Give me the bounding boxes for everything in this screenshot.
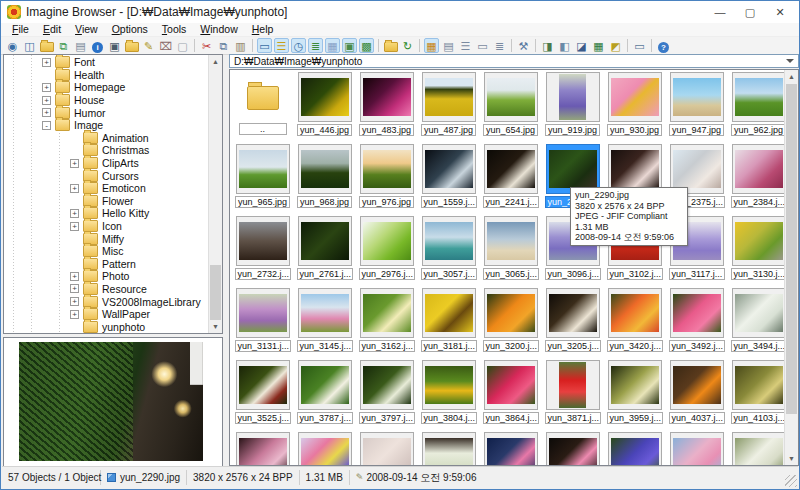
thumbnail-scrollbar[interactable]: ▲ ▼	[784, 70, 798, 465]
tree-item-pattern[interactable]: Pattern	[4, 258, 208, 271]
maximize-button[interactable]: ▢	[735, 1, 765, 23]
thumbnail-item[interactable]	[294, 432, 355, 466]
toggle-window-button[interactable]: ▭	[257, 38, 272, 53]
chevron-down-icon[interactable]	[786, 59, 794, 63]
thumbnail-item[interactable]: yun_962.jpg	[728, 72, 789, 144]
tree-item-vs2008imagelibrary[interactable]: +VS2008ImageLibrary	[4, 295, 208, 308]
resize-grip[interactable]	[785, 475, 797, 487]
thumbnail-item[interactable]: yun_965.jpg	[232, 144, 293, 216]
thumbnail-item[interactable]	[728, 432, 789, 466]
menu-item-file[interactable]: File	[5, 23, 36, 36]
rename-button[interactable]: ✎	[141, 38, 156, 53]
thumbnail-item[interactable]: yun_3145.j...	[294, 288, 355, 360]
minimize-button[interactable]: —	[705, 1, 735, 23]
parent-folder-item[interactable]: ..	[232, 72, 293, 144]
tree-item-yunphoto[interactable]: yunphoto	[4, 320, 208, 333]
tree-item-health[interactable]: Health	[4, 69, 208, 82]
up-one-level-button[interactable]	[383, 38, 398, 53]
thumbnail-item[interactable]: yun_3200.j...	[480, 288, 541, 360]
tree-item-hello-kitty[interactable]: +Hello Kitty	[4, 207, 208, 220]
toggle-filter-button[interactable]: ☰	[274, 38, 289, 53]
thumbnail-item[interactable]: yun_2384.j...	[728, 144, 789, 216]
thumbnail-item[interactable]: yun_947.jpg	[666, 72, 727, 144]
scroll-thumb[interactable]	[210, 265, 221, 320]
refresh-button[interactable]: ↻	[400, 38, 415, 53]
expand-icon[interactable]: +	[42, 96, 51, 105]
new-folder-button[interactable]	[124, 38, 139, 53]
thumbnail-item[interactable]: yun_2732.j...	[232, 216, 293, 288]
screen-capture-button[interactable]: ▭	[632, 38, 647, 53]
thumbnail-item[interactable]: yun_4103.j...	[728, 360, 789, 432]
view-image-button[interactable]: ◉	[5, 38, 20, 53]
thumbnail-item[interactable]: yun_968.jpg	[294, 144, 355, 216]
thumbnail-item[interactable]	[232, 432, 293, 466]
tree-item-emoticon[interactable]: +Emoticon	[4, 182, 208, 195]
expand-icon[interactable]: +	[70, 209, 79, 218]
view-tiles-button[interactable]: ▤	[441, 38, 456, 53]
expand-icon[interactable]: +	[70, 297, 79, 306]
scroll-up-arrow[interactable]: ▲	[785, 70, 798, 83]
thumbnail-item[interactable]: yun_3804.j...	[418, 360, 479, 432]
tree-scrollbar[interactable]: ▲ ▼	[208, 55, 222, 333]
thumbnail-item[interactable]: yun_3864.j...	[480, 360, 541, 432]
thumbnail-item[interactable]: yun_3787.j...	[294, 360, 355, 432]
wizard-button[interactable]: ◩	[608, 38, 623, 53]
batch-save-button[interactable]: ◪	[574, 38, 589, 53]
contact-sheet-button[interactable]: ▦	[591, 38, 606, 53]
menu-item-edit[interactable]: Edit	[36, 23, 68, 36]
cut-button[interactable]: ✂	[199, 38, 214, 53]
tree-item-humor[interactable]: +Humor	[4, 106, 208, 119]
thumbnail-item[interactable]: yun_483.jpg	[356, 72, 417, 144]
paste-button[interactable]: ▥	[233, 38, 248, 53]
menu-item-view[interactable]: View	[68, 23, 105, 36]
thumbnail-item[interactable]: yun_3525.j...	[232, 360, 293, 432]
thumbnail-item[interactable]: yun_3494.j...	[728, 288, 789, 360]
slideshow-button[interactable]: ◨	[540, 38, 555, 53]
tree-item-cursors[interactable]: Cursors	[4, 169, 208, 182]
remove-file-button[interactable]: ▢	[175, 38, 190, 53]
view-list-button[interactable]: ☰	[458, 38, 473, 53]
tree-item-house[interactable]: +House	[4, 94, 208, 107]
address-bar[interactable]: D:₩Data₩Image₩yunphoto	[229, 54, 799, 68]
view-details-button[interactable]: ≣	[492, 38, 507, 53]
toggle-preview-button[interactable]: ▣	[342, 38, 357, 53]
tree-item-misc[interactable]: Misc	[4, 245, 208, 258]
expand-icon[interactable]: +	[70, 159, 79, 168]
view-thumbnails-button[interactable]: ▦	[424, 38, 439, 53]
menu-item-tools[interactable]: Tools	[155, 23, 194, 36]
scroll-up-arrow[interactable]: ▲	[209, 55, 222, 68]
thumbnail-item[interactable]: yun_2976.j...	[356, 216, 417, 288]
expand-icon[interactable]: +	[70, 222, 79, 231]
tree-item-homepage[interactable]: +Homepage	[4, 81, 208, 94]
tree-item-image[interactable]: -Image	[4, 119, 208, 132]
tree-item-icon[interactable]: +Icon	[4, 220, 208, 233]
thumbnail-item[interactable]: yun_654.jpg	[480, 72, 541, 144]
menu-item-window[interactable]: Window	[193, 23, 244, 36]
thumbnail-item[interactable]: yun_3492.j...	[666, 288, 727, 360]
print-button[interactable]: ▤	[73, 38, 88, 53]
close-button[interactable]: ✕	[765, 1, 795, 23]
tree-item-cliparts[interactable]: +ClipArts	[4, 157, 208, 170]
copy-button[interactable]: ⧉	[216, 38, 231, 53]
thumbnail-item[interactable]: yun_2241.j...	[480, 144, 541, 216]
thumbnail-item[interactable]: yun_919.jpg	[542, 72, 603, 144]
expand-icon[interactable]: +	[70, 310, 79, 319]
thumbnail-item[interactable]: yun_3130.j...	[728, 216, 789, 288]
tree-item-resource[interactable]: +Resource	[4, 283, 208, 296]
help-button[interactable]: ?	[656, 38, 671, 53]
menu-item-options[interactable]: Options	[105, 23, 155, 36]
tree-item-photo[interactable]: +Photo	[4, 270, 208, 283]
toggle-tree-button[interactable]: ≣	[308, 38, 323, 53]
acquire-camera-button[interactable]: ▣	[107, 38, 122, 53]
expand-icon[interactable]: +	[42, 108, 51, 117]
toggle-history-button[interactable]: ◷	[291, 38, 306, 53]
scroll-down-arrow[interactable]: ▼	[785, 452, 798, 465]
menu-item-help[interactable]: Help	[245, 23, 281, 36]
thumbnail-item[interactable]: yun_3959.j...	[604, 360, 665, 432]
toggle-grid-button[interactable]: ▦	[325, 38, 340, 53]
tree-item-christmas[interactable]: Christmas	[4, 144, 208, 157]
thumbnail-item[interactable]: yun_3057.j...	[418, 216, 479, 288]
tree-item-wallpaper[interactable]: +WallPaper	[4, 308, 208, 321]
thumbnail-item[interactable]	[356, 432, 417, 466]
thumbnail-item[interactable]: yun_976.jpg	[356, 144, 417, 216]
